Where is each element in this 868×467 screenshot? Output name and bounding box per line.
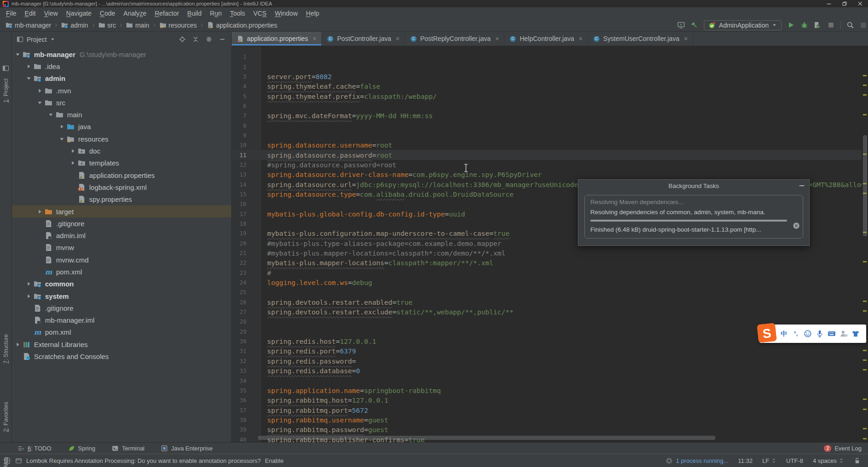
code-line-2[interactable]: 2 [232,62,862,71]
project-tool-icon[interactable] [2,65,9,72]
error-stripe-mark[interactable] [863,438,867,439]
locate-file-icon[interactable] [179,36,186,43]
project-panel-title[interactable]: Project [27,36,47,43]
code-line-8[interactable]: 8 [232,120,862,130]
chevron-expanded-icon[interactable] [14,51,22,57]
horizontal-scrollbar[interactable] [258,436,715,440]
toolwindow-spring[interactable]: Spring [68,445,96,452]
error-stripe-mark[interactable] [863,85,867,86]
error-stripe-mark[interactable] [863,261,867,262]
tree-item-main[interactable]: main [12,108,231,120]
debug-button[interactable] [800,21,808,29]
breadcrumb-item[interactable]: src [97,22,117,29]
run-with-coverage-button[interactable] [814,21,822,29]
chevron-collapsed-icon[interactable] [25,63,33,69]
tree-item-mb-manager[interactable]: mb-manager G:\study\mb-manager [12,48,231,60]
error-stripe-mark[interactable] [863,75,867,76]
chevron-collapsed-icon[interactable] [36,209,44,215]
code-line-7[interactable]: 7spring.mvc.dateFormat=yyyy-MM-dd HH:mm:… [232,111,862,120]
close-tab-icon[interactable]: × [579,35,582,42]
build-hammer-icon[interactable] [691,21,698,29]
breadcrumb-item[interactable]: mb-manager [5,22,52,29]
status-message-action[interactable]: Enable [265,457,283,464]
tree-item-logback-spring.xml[interactable]: logback-spring.xml [12,181,231,193]
chevron-collapsed-icon[interactable] [69,160,77,166]
stop-button[interactable] [827,21,835,29]
clipped-toolbar-icon[interactable] [860,22,867,29]
code-line-35[interactable]: 35spring.application.name=springboot-rab… [232,386,862,395]
toolwindow-javaenterprise[interactable]: Java Enterprise [161,445,212,452]
tab-PostReplyController.java[interactable]: C PostReplyController.java × [405,32,504,46]
code-line-32[interactable]: 32spring.redis.password= [232,356,862,366]
indent-widget[interactable]: 4 spaces [813,457,844,464]
ime-person-icon[interactable] [839,330,849,338]
restore-window-icon[interactable] [841,0,848,7]
hide-panel-icon[interactable] [219,36,226,43]
tree-item-application.properties[interactable]: application.properties [12,169,231,181]
tool-stripe-favorites[interactable]: 2: Favorites [3,402,9,432]
breadcrumb-item[interactable]: admin [60,22,89,29]
gear-icon[interactable] [206,36,212,43]
close-tab-icon[interactable]: × [495,35,499,42]
error-stripe-mark[interactable] [863,428,867,429]
menu-run[interactable]: Run [206,10,226,17]
toolwindow-terminal[interactable]: Terminal [112,445,144,452]
tree-item-resources[interactable]: resources [12,133,231,145]
code-line-36[interactable]: 36spring.rabbitmq.host=127.0.0.1 [232,395,862,405]
menu-navigate[interactable]: Navigate [62,10,96,17]
tree-item-src[interactable]: src [12,97,231,108]
code-line-34[interactable]: 34 [232,376,862,385]
cursor-position-widget[interactable]: 11:32 [738,457,753,464]
code-line-13[interactable]: 13spring.datasource.driver-class-name=co… [232,170,862,179]
menu-build[interactable]: Build [183,10,206,17]
tree-item-common[interactable]: common [12,278,231,290]
tree-item-.gitignore[interactable]: .gitignore [12,302,231,314]
menu-edit[interactable]: Edit [21,10,40,17]
code-line-1[interactable]: 1 [232,52,862,62]
close-tab-icon[interactable]: × [396,35,400,42]
open-in-window-icon[interactable] [677,21,685,29]
toolwindow-todo[interactable]: 6: TODO [17,445,51,452]
lock-icon[interactable] [854,457,861,464]
code-line-33[interactable]: 33spring.redis.database=0 [232,366,862,376]
code-line-38[interactable]: 38spring.rabbitmq.username=guest [232,415,862,425]
tree-item-.mvn[interactable]: .mvn [12,85,231,97]
code-line-11[interactable]: 11spring.datasource.password=root [232,150,862,159]
event-log-button[interactable]: 2 Event Log [824,445,862,452]
chevron-collapsed-icon[interactable] [25,293,33,299]
ime-punct-icon[interactable]: °, [791,330,801,338]
close-window-icon[interactable] [857,0,863,7]
tool-stripe-web[interactable]: Web [3,457,9,467]
breadcrumb-item[interactable]: main [125,22,150,29]
vertical-scrollbar[interactable] [863,135,867,236]
tree-item-Scratches and Consoles[interactable]: Scratches and Consoles [12,350,231,362]
error-stripe-mark[interactable] [863,94,867,96]
menu-view[interactable]: View [40,10,62,17]
code-line-39[interactable]: 39spring.rabbitmq.password=guest [232,425,862,434]
error-stripe-mark[interactable] [863,310,867,312]
breadcrumb-item[interactable]: application.properties [206,22,278,29]
ime-cn-icon[interactable]: 中 [779,330,789,338]
line-separator-widget[interactable]: LF [762,457,777,464]
code-line-31[interactable]: 31spring.redis.port=6379 [232,346,862,356]
code-line-21[interactable]: 21#mybatis-plus.mapper-locations=classpa… [232,248,862,258]
tree-item-mvnw.cmd[interactable]: mvnw.cmd [12,254,231,266]
error-stripe-mark[interactable] [863,359,867,361]
menu-analyze[interactable]: Analyze [120,10,151,17]
tree-item-java[interactable]: java [12,121,231,133]
tree-item-mb-manager.iml[interactable]: mb-manager.iml [12,314,231,326]
chevron-collapsed-icon[interactable] [14,342,22,347]
code-line-10[interactable]: 10spring.datasource.username=root [232,140,862,150]
collapse-all-icon[interactable] [192,36,199,43]
chevron-expanded-icon[interactable] [36,100,44,106]
menu-refactor[interactable]: Refactor [150,10,183,17]
run-configuration-select[interactable]: AdminApplication [704,20,782,30]
error-stripe-mark[interactable] [863,399,867,400]
popup-minimize-icon[interactable] [799,182,805,189]
tree-item-pom.xml[interactable]: m pom.xml [12,326,231,338]
ime-tshirt-icon[interactable] [851,330,861,338]
ime-kbd-icon[interactable] [827,330,837,338]
code-line-24[interactable]: 24logging.level.com.ws=debug [232,278,862,287]
tree-item-spy.properties[interactable]: spy.properties [12,194,231,205]
breadcrumb-item[interactable]: resources [159,22,198,29]
